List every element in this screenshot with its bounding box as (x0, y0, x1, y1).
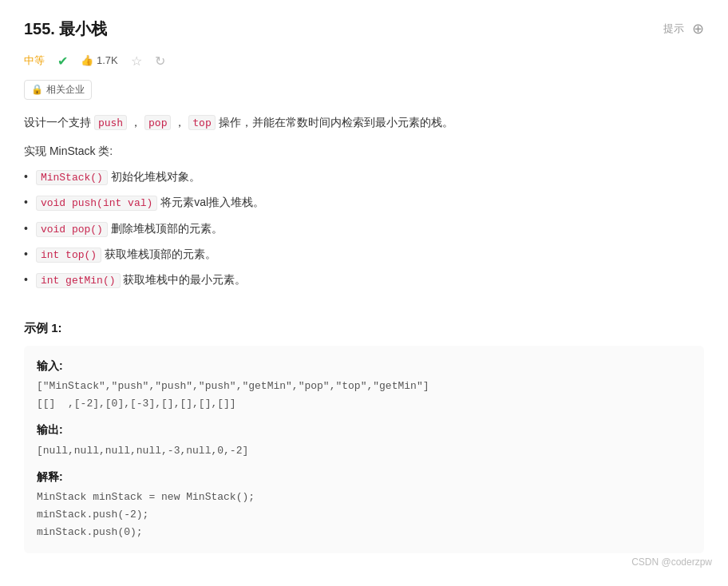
meta-row: 中等 ✔ 👍 1.7K ☆ ↻ (24, 51, 704, 72)
example-block: 输入: ["MinStack","push","push","push","ge… (24, 346, 704, 553)
example-title: 示例 1: (24, 319, 704, 338)
watermark: CSDN @coderzpw (631, 555, 712, 570)
keyword-push: push (94, 115, 127, 130)
explanation-line2: minStack.push(-2); (37, 506, 691, 524)
list-item: void pop() 删除堆栈顶部的元素。 (24, 220, 704, 239)
list-item-content: MinStack() 初始化堆栈对象。 (36, 168, 200, 187)
output-value: [null,null,null,null,-3,null,0,-2] (37, 442, 691, 460)
company-tag[interactable]: 🔒 相关企业 (24, 80, 92, 100)
code-push: void push(int val) (36, 196, 157, 211)
list-item: MinStack() 初始化堆栈对象。 (24, 168, 704, 187)
list-item-content: int getMin() 获取堆栈中的最小元素。 (36, 271, 247, 290)
explanation-line1: MinStack minStack = new MinStack(); (37, 489, 691, 506)
lock-icon: 🔒 (31, 82, 43, 97)
list-item: int top() 获取堆栈顶部的元素。 (24, 245, 704, 264)
check-icon: ✔ (57, 51, 68, 72)
header-row: 155. 最小栈 提示 ⊕ (24, 16, 704, 42)
like-number: 1.7K (97, 53, 118, 69)
code-getmin: int getMin() (36, 273, 121, 288)
header-actions: 提示 ⊕ (663, 18, 704, 41)
like-count: 👍 1.7K (81, 53, 118, 69)
code-minstack: MinStack() (36, 170, 108, 185)
company-tag-label: 相关企业 (46, 82, 85, 97)
list-item: void push(int val) 将元素val推入堆栈。 (24, 193, 704, 212)
star-icon[interactable]: ☆ (131, 51, 142, 72)
keyword-top: top (188, 115, 215, 130)
more-icon[interactable]: ⊕ (692, 18, 704, 41)
input-label: 输入: (37, 357, 691, 374)
list-item-content: void push(int val) 将元素val推入堆栈。 (36, 193, 264, 212)
thumb-icon: 👍 (81, 53, 93, 69)
refresh-icon[interactable]: ↻ (155, 51, 165, 72)
problem-description: 设计一个支持 push ， pop ， top 操作，并能在常数时间内检索到最小… (24, 113, 704, 133)
keyword-pop: pop (144, 115, 171, 130)
explanation-code: MinStack minStack = new MinStack(); minS… (37, 489, 691, 541)
explanation-line3: minStack.push(0); (37, 524, 691, 541)
explanation-label: 解释: (37, 468, 691, 485)
example-section: 示例 1: 输入: ["MinStack","push","push","pus… (24, 319, 704, 553)
page-title: 155. 最小栈 (24, 16, 107, 42)
difficulty-badge: 中等 (24, 53, 45, 69)
code-pop: void pop() (36, 222, 108, 237)
list-item-content: int top() 获取堆栈顶部的元素。 (36, 245, 216, 264)
code-top: int top() (36, 247, 101, 263)
list-item: int getMin() 获取堆栈中的最小元素。 (24, 271, 704, 290)
impl-text: 实现 MinStack 类: (24, 142, 704, 160)
hint-text[interactable]: 提示 (663, 21, 684, 38)
input-line1: ["MinStack","push","push","push","getMin… (37, 378, 691, 413)
list-item-content: void pop() 删除堆栈顶部的元素。 (36, 220, 223, 239)
bullet-list: MinStack() 初始化堆栈对象。 void push(int val) 将… (24, 168, 704, 289)
output-label: 输出: (37, 421, 691, 438)
